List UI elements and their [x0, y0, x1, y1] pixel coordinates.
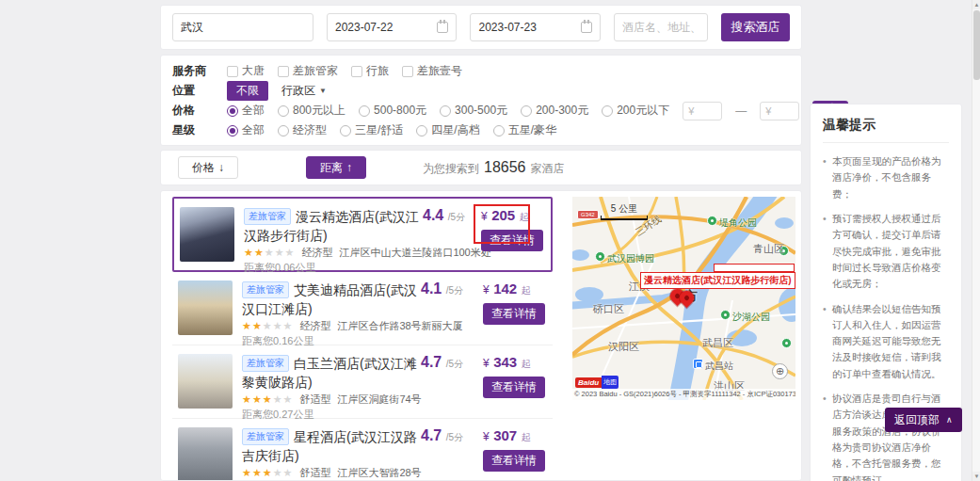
hotel-thumbnail[interactable] [180, 207, 234, 262]
sort-by-price-button[interactable]: 价格 ↓ [178, 156, 238, 179]
provider-checkbox-option[interactable]: 差旅壹号 [402, 63, 462, 79]
radio-icon [440, 105, 451, 117]
star-filter-option[interactable]: 全部 [227, 122, 265, 138]
hotel-price: ¥ 343 起 [483, 354, 547, 371]
hotel-thumbnail[interactable] [178, 281, 233, 335]
map-place-label: 青山区 [753, 242, 784, 256]
road-shield: G342 [577, 210, 599, 219]
map[interactable]: 5 公里 G342 三环线堤角公园青山区武汉园博园江汉市硚口区汉阳区武昌区沙湖公… [572, 197, 795, 400]
price-range-separator: — [735, 104, 747, 118]
provider-checkbox-option[interactable]: 行旅 [351, 63, 389, 79]
locate-me-icon[interactable]: ⊕ [772, 363, 788, 379]
tip-item: 确认结果会以短信告知预订人和入住人，如因运营商网关延迟可能导致您无法及时接收短信… [823, 301, 949, 383]
price-max-input[interactable] [760, 102, 799, 120]
checkbox-icon [402, 66, 413, 77]
calendar-icon [437, 22, 448, 33]
checkbox-icon [227, 66, 238, 77]
map-copyright: © 2023 Baidu - GS(2021)6026号 - 甲测资字11111… [572, 389, 795, 400]
calendar-icon [581, 22, 592, 33]
tip-item: 本页面呈现的产品价格为酒店净价，不包含服务费； [823, 153, 949, 202]
price-min-input[interactable] [683, 102, 722, 120]
filter-row-star: 星级 全部 经济型 三星/舒适 四星/高档 五星/豪华 [161, 120, 801, 140]
price-filter-option[interactable]: 300-500元 [440, 103, 507, 119]
star-filter-option[interactable]: 经济型 [278, 122, 327, 138]
checkin-date-picker[interactable]: 2023-07-22 [327, 13, 457, 41]
provider-label: 服务商 [172, 63, 214, 79]
map-place-label: 武昌站 [705, 360, 733, 373]
scroll-down-icon[interactable]: ▼ [972, 472, 980, 481]
hotel-type: 经济型 [299, 319, 330, 333]
scroll-up-icon[interactable]: ▲ [972, 0, 980, 9]
tip-item: 预订需授权人授权通过后方可确认，提交订单后请尽快完成审批，避免审批时间过长导致酒… [823, 211, 949, 293]
hotel-rating: 4.7 /5分 [421, 427, 463, 444]
hotel-thumbnail[interactable] [178, 427, 233, 481]
search-bar: 2023-07-22 2023-07-23 搜索酒店 [160, 5, 802, 50]
district-dropdown[interactable]: 行政区 ▼ [281, 83, 327, 99]
star-rating-icons: ★★★★★ [244, 247, 295, 259]
star-filter-option[interactable]: 三星/舒适 [340, 122, 403, 138]
radio-icon [278, 125, 289, 136]
map-place-label: 武昌区 [702, 336, 733, 350]
location-unlimited-tag[interactable]: 不限 [227, 81, 268, 101]
sort-by-distance-button[interactable]: 距离 ↑ [306, 156, 366, 179]
map-place-label: 武汉园博园 [607, 252, 654, 265]
provider-badge: 差旅管家 [244, 208, 291, 225]
location-label: 位置 [172, 83, 214, 99]
map-place-label: 沙湖公园 [732, 311, 770, 324]
view-details-button[interactable]: 查看详情 [483, 303, 545, 325]
checkout-date-picker[interactable]: 2023-07-23 [470, 13, 600, 41]
hotel-type: 舒适型 [299, 466, 330, 480]
view-details-button[interactable]: 查看详情 [483, 377, 545, 398]
checkbox-icon [278, 66, 289, 77]
tip-item: 协议酒店是贵司自行与酒店方洽谈达成协议价格、服务政策的酒店，协议价格为贵司协议酒… [823, 391, 949, 481]
hotel-address: 江岸区洞庭街74号 [337, 393, 421, 407]
results-panel: 差旅管家漫云精选酒店(武汉江汉路步行街店) 4.4 /5分 ★★★★★ 经济型 … [160, 190, 802, 481]
park-poi-icon[interactable] [595, 251, 605, 262]
search-hotels-button[interactable]: 搜索酒店 [721, 13, 790, 41]
station-poi-icon[interactable] [693, 359, 703, 369]
map-place-label: 堤角公园 [719, 216, 757, 230]
map-scale: 5 公里 [601, 202, 648, 220]
provider-checkbox-option[interactable]: 差旅管家 [278, 63, 338, 79]
park-poi-icon[interactable] [720, 310, 731, 320]
price-filter-option[interactable]: 全部 [227, 103, 265, 119]
price-filter-option[interactable]: 800元以上 [278, 103, 345, 119]
scrollbar-thumb[interactable] [973, 10, 980, 80]
arrow-up-icon: ↑ [346, 161, 352, 174]
map-place-label: 硚口区 [593, 302, 624, 316]
view-details-button[interactable]: 查看详情 [483, 450, 545, 472]
provider-badge: 差旅管家 [242, 355, 289, 372]
hotel-card[interactable]: 差旅管家白玉兰酒店(武汉江滩黎黄陂路店) 4.7 /5分 ★★★★★ 舒适型 江… [172, 345, 553, 419]
hotel-card[interactable]: 差旅管家艾美迪精品酒店(武汉汉口江滩店) 4.1 /5分 ★★★★★ 经济型 江… [172, 272, 553, 345]
star-filter-option[interactable]: 四星/高档 [416, 122, 479, 138]
radio-icon [227, 105, 238, 117]
view-details-button[interactable]: 查看详情 [481, 230, 543, 251]
page-scrollbar[interactable]: ▲ ▼ [972, 0, 980, 481]
checkout-date-value: 2023-07-23 [478, 21, 536, 34]
hotel-thumbnail[interactable] [178, 354, 233, 409]
star-filter-option[interactable]: 五星/豪华 [493, 122, 556, 138]
price-filter-option[interactable]: 200元以下 [602, 103, 669, 119]
hotel-card[interactable]: 差旅管家星程酒店(武汉江汉路吉庆街店) 4.7 /5分 ★★★★★ 舒适型 江岸… [172, 419, 553, 481]
radio-icon [278, 105, 289, 117]
radio-icon [521, 105, 532, 117]
park-poi-icon[interactable] [707, 216, 717, 226]
price-filter-option[interactable]: 500-800元 [359, 103, 426, 119]
keyword-input[interactable] [614, 13, 708, 41]
map-marker-tooltip[interactable]: 漫云精选酒店(武汉江汉路步行街店) [640, 272, 795, 289]
hotel-price: ¥ 142 起 [483, 281, 547, 297]
radio-icon [493, 125, 505, 136]
park-poi-icon[interactable] [781, 338, 792, 348]
baidu-map-logo: Baidu 地图 [575, 376, 619, 389]
hotel-address: 江岸区合作路38号新丽大厦 [337, 319, 462, 333]
hotel-address: 江岸区中山大道兰陵路口100米处 [339, 246, 490, 260]
sort-bar: 价格 ↓ 距离 ↑ 为您搜索到 18656 家酒店 [160, 150, 802, 185]
result-count-line: 为您搜索到 18656 家酒店 [423, 159, 565, 177]
hotel-card[interactable]: 差旅管家漫云精选酒店(武汉江汉路步行街店) 4.4 /5分 ★★★★★ 经济型 … [172, 197, 553, 272]
radio-icon [227, 125, 238, 136]
provider-checkbox-option[interactable]: 大唐 [227, 63, 265, 79]
price-filter-option[interactable]: 200-300元 [521, 103, 588, 119]
back-to-top-button[interactable]: 返回顶部 ∧ [885, 408, 962, 432]
hotel-rating: 4.1 /5分 [421, 281, 463, 297]
city-input[interactable] [172, 13, 313, 41]
